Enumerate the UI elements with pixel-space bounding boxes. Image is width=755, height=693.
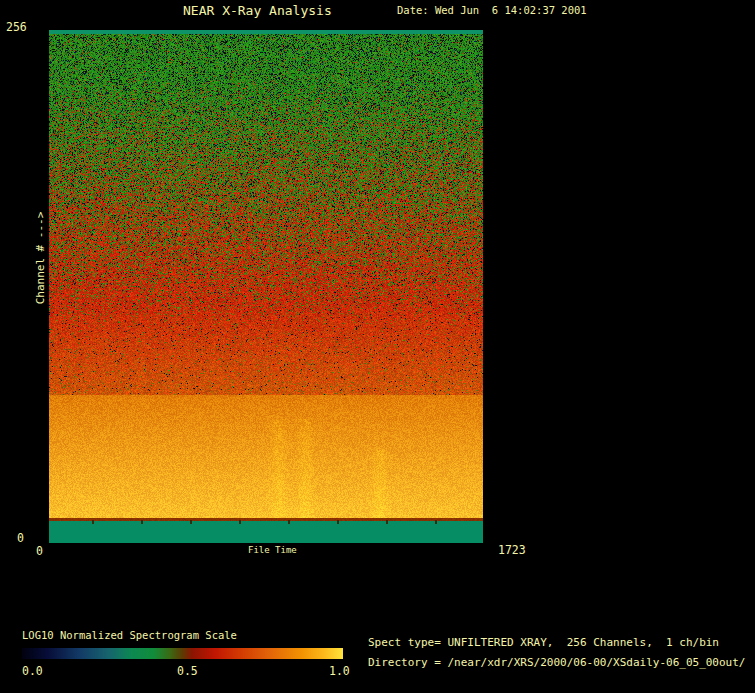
colorbar-title: LOG10 Normalized Spectrogram Scale [22, 630, 237, 642]
colorbar-tick-0: 0.0 [22, 665, 43, 678]
x-axis-min-label: 0 [36, 545, 43, 558]
colorbar-tick-1: 0.5 [177, 665, 198, 678]
page-title: NEAR X-Ray Analysis [183, 4, 332, 18]
x-axis-title: File Time [248, 546, 297, 556]
colorbar-tick-2: 1.0 [329, 665, 350, 678]
colorbar-gradient [22, 648, 343, 659]
spectrogram-canvas [49, 30, 483, 543]
y-axis-title: Channel # ---> [35, 212, 47, 305]
directory-info: Directory = /near/xdr/XRS/2000/06-00/XSd… [368, 657, 746, 669]
y-axis-max-label: 256 [6, 21, 27, 34]
spect-type-info: Spect type= UNFILTERED XRAY, 256 Channel… [368, 637, 719, 649]
x-axis-max-label: 1723 [498, 544, 526, 557]
y-axis-min-label: 0 [17, 532, 24, 545]
date-label: Date: Wed Jun 6 14:02:37 2001 [397, 5, 587, 17]
spectrogram-plot [49, 30, 483, 543]
xray-analysis-screen: NEAR X-Ray Analysis Date: Wed Jun 6 14:0… [0, 0, 755, 693]
